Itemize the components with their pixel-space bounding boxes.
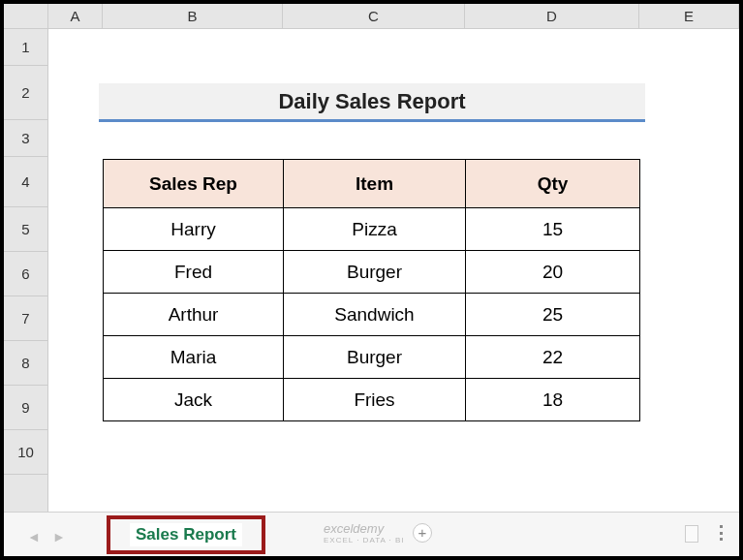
cell-rep[interactable]: Jack: [104, 379, 284, 421]
sheet-tab-sales-report[interactable]: Sales Report: [130, 523, 242, 546]
row-header-2[interactable]: 2: [4, 66, 47, 120]
table-row: Maria Burger 22: [104, 336, 640, 379]
row-header-8[interactable]: 8: [4, 341, 47, 386]
table-row: Arthur Sandwich 25: [104, 294, 640, 336]
sales-table: Sales Rep Item Qty Harry Pizza 15 Fred B…: [103, 159, 640, 421]
cell-qty[interactable]: 25: [466, 294, 640, 336]
cell-qty[interactable]: 18: [466, 379, 640, 421]
col-header-D[interactable]: D: [465, 4, 639, 28]
cell-rep[interactable]: Fred: [104, 251, 284, 294]
table-row: Jack Fries 18: [104, 379, 640, 421]
row-header-7[interactable]: 7: [4, 296, 47, 341]
cell-item[interactable]: Fries: [284, 379, 466, 421]
cell-item[interactable]: Burger: [284, 251, 466, 294]
spreadsheet-grid[interactable]: Daily Sales Report Sales Rep Item Qty Ha…: [48, 29, 739, 512]
row-header-9[interactable]: 9: [4, 386, 47, 430]
row-header-5[interactable]: 5: [4, 207, 47, 252]
scroll-right-button[interactable]: [685, 525, 698, 543]
excel-window: A B C D E 1 2 3 4 5 6 7 8 9 10 Daily Sal…: [0, 0, 743, 560]
cell-qty[interactable]: 20: [466, 251, 640, 294]
cell-qty[interactable]: 22: [466, 336, 640, 379]
row-header-10[interactable]: 10: [4, 430, 47, 475]
col-header-B[interactable]: B: [103, 4, 283, 28]
col-header-E[interactable]: E: [639, 4, 739, 28]
select-all-corner[interactable]: [4, 4, 48, 28]
table-row: Fred Burger 20: [104, 251, 640, 294]
watermark-logo: exceldemy EXCEL · DATA · BI: [324, 521, 405, 544]
tab-highlight-box: Sales Report: [107, 515, 265, 554]
cell-rep[interactable]: Maria: [104, 336, 284, 379]
table-header-row: Sales Rep Item Qty: [104, 160, 640, 208]
table-row: Harry Pizza 15: [104, 208, 640, 251]
cell-rep[interactable]: Arthur: [104, 294, 284, 336]
row-headers: 1 2 3 4 5 6 7 8 9 10: [4, 29, 48, 512]
sheet-tab-bar: ◄ ► Sales Report exceldemy EXCEL · DATA …: [4, 512, 739, 556]
col-header-A[interactable]: A: [48, 4, 103, 28]
cell-qty[interactable]: 15: [466, 208, 640, 251]
row-header-1[interactable]: 1: [4, 29, 47, 66]
row-header-6[interactable]: 6: [4, 252, 47, 296]
header-sales-rep[interactable]: Sales Rep: [104, 160, 284, 208]
report-title[interactable]: Daily Sales Report: [99, 83, 645, 122]
column-headers: A B C D E: [4, 4, 739, 29]
cell-item[interactable]: Pizza: [284, 208, 466, 251]
prev-sheet-icon[interactable]: ◄: [27, 529, 39, 541]
cell-item[interactable]: Sandwich: [284, 294, 466, 336]
header-item[interactable]: Item: [284, 160, 466, 208]
header-qty[interactable]: Qty: [466, 160, 640, 208]
next-sheet-icon[interactable]: ►: [52, 529, 64, 541]
watermark-subtext: EXCEL · DATA · BI: [324, 536, 405, 544]
col-header-C[interactable]: C: [283, 4, 465, 28]
add-sheet-icon[interactable]: +: [413, 523, 432, 543]
cell-rep[interactable]: Harry: [104, 208, 284, 251]
watermark-text: exceldemy: [324, 521, 384, 536]
tab-options-icon[interactable]: [720, 525, 724, 541]
cell-item[interactable]: Burger: [284, 336, 466, 379]
row-header-3[interactable]: 3: [4, 120, 47, 157]
row-header-4[interactable]: 4: [4, 157, 47, 207]
